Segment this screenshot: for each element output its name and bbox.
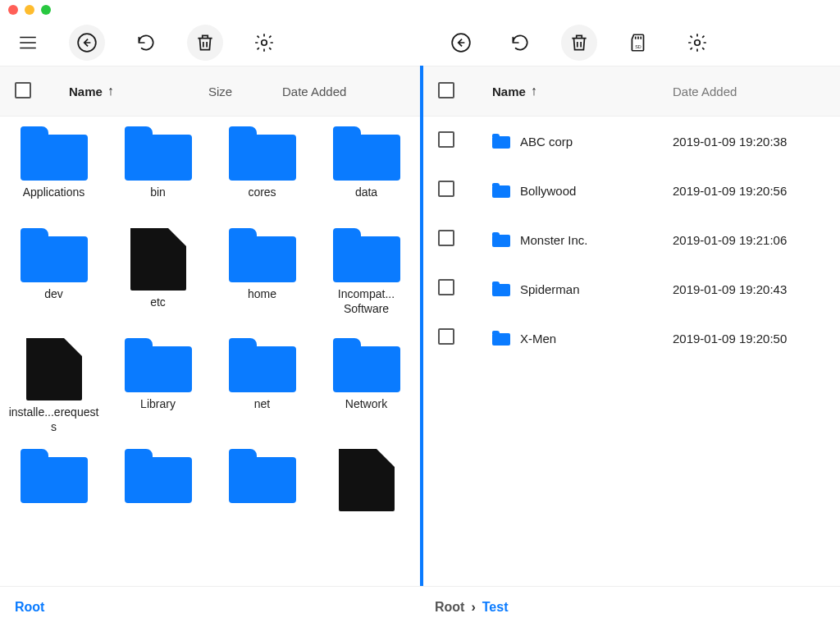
close-window-icon[interactable]	[8, 5, 18, 15]
grid-item[interactable]: home	[213, 228, 311, 323]
refresh-icon	[135, 32, 157, 53]
folder-icon	[492, 183, 510, 198]
file-icon	[339, 449, 395, 511]
grid-item-label: dev	[5, 287, 103, 315]
right-toolbar: SD	[420, 20, 840, 66]
item-checkbox[interactable]	[438, 131, 454, 148]
arrow-left-circle-icon	[76, 32, 98, 53]
folder-icon	[229, 449, 296, 503]
grid-item-label: home	[213, 287, 311, 315]
folder-icon	[492, 281, 510, 296]
delete-button[interactable]	[187, 25, 223, 61]
breadcrumb-bar: Root Root›Test	[0, 586, 840, 627]
item-checkbox[interactable]	[438, 181, 454, 197]
breadcrumb-segment[interactable]: Root	[435, 600, 464, 615]
sdcard-button[interactable]: SD	[620, 25, 656, 61]
folder-icon	[333, 126, 400, 181]
right-column-header: Name ↑ Date Added	[423, 66, 840, 117]
grid-item[interactable]	[5, 449, 103, 544]
folder-icon	[333, 228, 400, 282]
list-item-name: X-Men	[520, 332, 556, 346]
grid-item[interactable]: cores	[213, 126, 311, 213]
menu-button[interactable]	[10, 25, 46, 61]
list-item[interactable]: Spiderman2019-01-09 19:20:43	[423, 264, 840, 314]
list-item-date: 2019-01-09 19:20:38	[673, 135, 787, 149]
grid-item-label: etc	[109, 295, 207, 323]
grid-item[interactable]: Applications	[5, 126, 103, 213]
refresh-button-right[interactable]	[502, 25, 538, 61]
grid-item[interactable]: bin	[109, 126, 207, 213]
left-pane: Name ↑ Size Date Added Applicationsbinco…	[0, 66, 420, 586]
refresh-icon	[509, 32, 531, 53]
left-column-header: Name ↑ Size Date Added	[0, 66, 420, 117]
item-checkbox[interactable]	[438, 279, 454, 295]
back-button[interactable]	[69, 25, 105, 61]
sort-asc-icon: ↑	[531, 84, 537, 98]
trash-icon	[568, 32, 590, 53]
list-item[interactable]: Bollywood2019-01-09 19:20:56	[423, 166, 840, 215]
grid-item[interactable]: Incompat... Software	[317, 228, 415, 323]
grid-item[interactable]: Library	[109, 338, 207, 434]
settings-button[interactable]	[246, 25, 282, 61]
list-item[interactable]: ABC corp2019-01-09 19:20:38	[423, 117, 840, 166]
gear-icon	[253, 32, 275, 53]
left-toolbar	[0, 20, 420, 66]
grid-item[interactable]: dev	[5, 228, 103, 323]
breadcrumb-separator-icon: ›	[471, 600, 475, 615]
grid-item-label: net	[213, 397, 311, 425]
grid-item[interactable]: data	[317, 126, 415, 213]
grid-item-label	[5, 508, 103, 536]
back-button-right[interactable]	[443, 25, 479, 61]
folder-icon	[21, 228, 88, 282]
folder-icon	[229, 338, 296, 392]
right-pane: Name ↑ Date Added ABC corp2019-01-09 19:…	[420, 66, 840, 586]
column-header-size[interactable]: Size	[208, 85, 282, 98]
breadcrumb-segment[interactable]: Test	[482, 600, 509, 615]
delete-button-right[interactable]	[561, 25, 597, 61]
column-header-date-right[interactable]: Date Added	[673, 85, 737, 98]
list-item-date: 2019-01-09 19:20:50	[673, 332, 787, 346]
breadcrumb-segment[interactable]: Root	[15, 600, 44, 615]
grid-item[interactable]: Network	[317, 338, 415, 434]
list-item[interactable]: Monster Inc.2019-01-09 19:21:06	[423, 215, 840, 264]
select-all-checkbox-right[interactable]	[438, 82, 454, 98]
maximize-window-icon[interactable]	[41, 5, 51, 15]
file-icon	[26, 338, 82, 400]
grid-item[interactable]	[317, 449, 415, 544]
settings-button-right[interactable]	[679, 25, 715, 61]
list-item[interactable]: X-Men2019-01-09 19:20:50	[423, 314, 840, 363]
toolbar-row: SD	[0, 20, 840, 66]
svg-text:SD: SD	[635, 44, 641, 49]
folder-icon	[229, 126, 296, 181]
grid-item[interactable]: etc	[109, 228, 207, 323]
item-checkbox[interactable]	[438, 328, 454, 345]
list-item-name: ABC corp	[520, 135, 573, 149]
grid-item-label: data	[317, 185, 415, 213]
item-checkbox[interactable]	[438, 230, 454, 246]
column-header-name-right[interactable]: Name ↑	[492, 84, 673, 98]
refresh-button[interactable]	[128, 25, 164, 61]
list-item-date: 2019-01-09 19:21:06	[673, 233, 787, 247]
folder-icon	[229, 228, 296, 282]
grid-item-label	[109, 508, 207, 536]
grid-item-label: bin	[109, 185, 207, 213]
folder-icon	[333, 338, 400, 392]
column-header-date[interactable]: Date Added	[282, 85, 346, 98]
select-all-checkbox[interactable]	[15, 82, 31, 98]
list-item-date: 2019-01-09 19:20:43	[673, 282, 787, 296]
hamburger-icon	[17, 32, 39, 53]
folder-icon	[125, 449, 192, 503]
column-name-label: Name	[69, 85, 103, 98]
folder-icon	[125, 126, 192, 181]
grid-item[interactable]	[109, 449, 207, 544]
minimize-window-icon[interactable]	[25, 5, 34, 15]
folder-icon	[492, 232, 510, 247]
grid-item[interactable]: net	[213, 338, 311, 434]
column-header-name[interactable]: Name ↑	[69, 84, 208, 98]
file-icon	[130, 228, 186, 291]
grid-item[interactable]	[213, 449, 311, 544]
left-grid[interactable]: ApplicationsbincoresdatadevetchomeIncomp…	[0, 117, 420, 586]
right-list[interactable]: ABC corp2019-01-09 19:20:38Bollywood2019…	[423, 117, 840, 586]
grid-item[interactable]: installe...erequests	[5, 338, 103, 434]
list-item-date: 2019-01-09 19:20:56	[673, 184, 787, 198]
